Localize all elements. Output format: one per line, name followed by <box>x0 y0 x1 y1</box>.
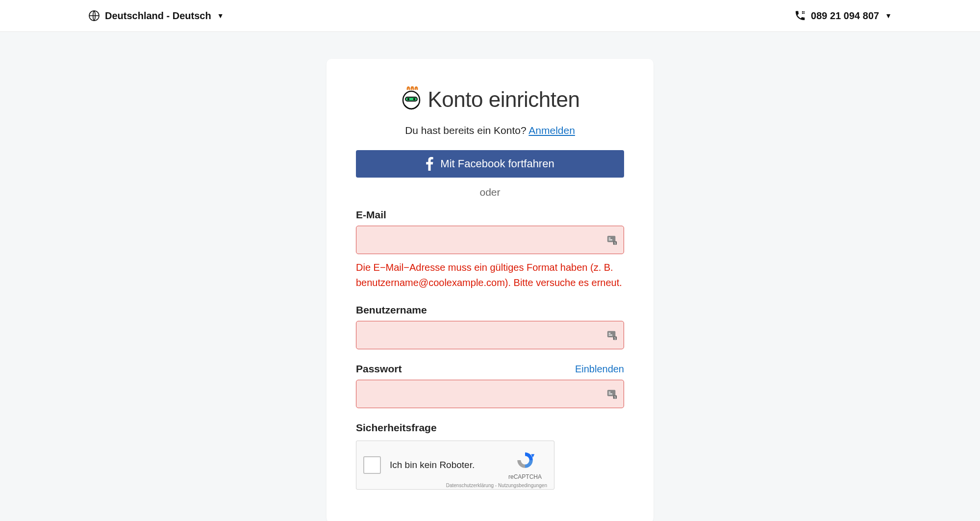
divider-or: oder <box>356 186 624 198</box>
autofill-icon: 1 <box>606 330 617 340</box>
show-password-toggle[interactable]: Einblenden <box>575 364 624 375</box>
svg-rect-11 <box>609 239 612 240</box>
password-field-block: Passwort Einblenden 1 <box>356 363 624 408</box>
locale-selector[interactable]: Deutschland - Deutsch ▼ <box>88 10 224 22</box>
chevron-down-icon: ▼ <box>885 12 892 20</box>
recaptcha-terms: Datenschutzerklärung - Nutzungsbedingung… <box>446 483 547 488</box>
autofill-icon: 1 <box>606 234 617 245</box>
svg-point-2 <box>804 11 804 12</box>
svg-rect-6 <box>405 97 417 101</box>
facebook-continue-button[interactable]: Mit Facebook fortfahren <box>356 150 624 178</box>
recaptcha-brand-text: reCAPTCHA <box>508 473 542 480</box>
svg-text:1: 1 <box>614 241 616 245</box>
top-header: Deutschland - Deutsch ▼ 089 21 094 807 ▼ <box>0 0 980 32</box>
chevron-down-icon: ▼ <box>217 12 224 20</box>
svg-rect-16 <box>609 335 612 336</box>
already-have-text: Du hast bereits ein Konto? <box>405 125 527 136</box>
email-field-block: E-Mail 1 Die E−Mail−Adresse muss ein gül… <box>356 209 624 290</box>
password-label: Passwort <box>356 363 402 375</box>
security-question-label: Sicherheitsfrage <box>356 422 624 434</box>
recaptcha-label: Ich bin kein Roboter. <box>390 460 503 470</box>
godaddy-logo-icon <box>401 86 422 113</box>
security-question-block: Sicherheitsfrage Ich bin kein Roboter. r… <box>356 422 624 490</box>
recaptcha-checkbox[interactable] <box>363 456 381 474</box>
svg-point-3 <box>802 13 803 14</box>
signin-link[interactable]: Anmelden <box>528 125 575 136</box>
subtitle: Du hast bereits ein Konto? Anmelden <box>356 125 624 136</box>
recaptcha-logo-icon <box>515 450 535 472</box>
page-content: Konto einrichten Du hast bereits ein Kon… <box>0 32 980 521</box>
page-title: Konto einrichten <box>428 87 580 112</box>
recaptcha-widget: Ich bin kein Roboter. reCAPTCHA Datensch… <box>356 441 554 490</box>
facebook-icon <box>426 157 433 171</box>
svg-point-4 <box>804 13 804 14</box>
svg-rect-15 <box>609 333 611 334</box>
svg-rect-21 <box>609 393 612 394</box>
phone-selector[interactable]: 089 21 094 807 ▼ <box>794 10 892 22</box>
username-field-block: Benutzername 1 <box>356 304 624 349</box>
svg-rect-10 <box>609 237 611 238</box>
password-input[interactable] <box>356 380 624 408</box>
svg-text:1: 1 <box>614 395 616 399</box>
username-input[interactable] <box>356 321 624 349</box>
phone-icon <box>794 10 806 22</box>
svg-text:1: 1 <box>614 337 616 340</box>
title-row: Konto einrichten <box>356 86 624 113</box>
email-input[interactable] <box>356 226 624 254</box>
email-label: E-Mail <box>356 209 624 221</box>
username-label: Benutzername <box>356 304 624 316</box>
recaptcha-branding: reCAPTCHA <box>503 450 547 480</box>
svg-point-7 <box>407 98 409 100</box>
autofill-icon: 1 <box>606 389 617 399</box>
locale-label: Deutschland - Deutsch <box>105 10 211 22</box>
phone-number: 089 21 094 807 <box>811 10 879 22</box>
svg-point-8 <box>413 98 415 100</box>
facebook-button-label: Mit Facebook fortfahren <box>440 157 554 170</box>
email-error-message: Die E−Mail−Adresse muss ein gültiges For… <box>356 260 624 290</box>
signup-card: Konto einrichten Du hast bereits ein Kon… <box>327 59 653 521</box>
globe-icon <box>88 10 100 22</box>
svg-point-1 <box>802 11 803 12</box>
svg-rect-20 <box>609 391 611 392</box>
